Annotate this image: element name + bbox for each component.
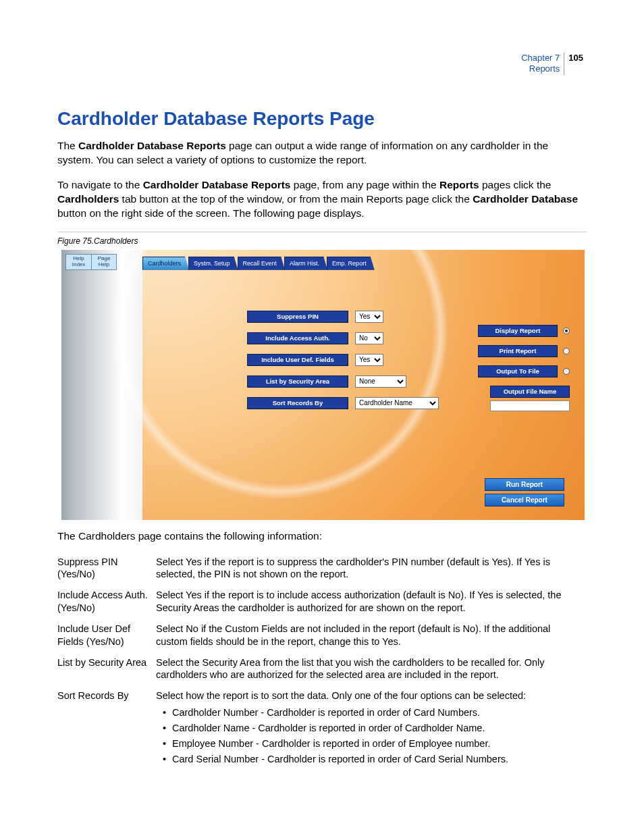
definition-row: Include User Def Fields (Yes/No)Select N…	[57, 620, 587, 654]
output-option-row: Output To File	[478, 365, 570, 377]
option-row: Include User Def. FieldsYes	[247, 353, 439, 367]
tab-emp-report[interactable]: Emp. Report	[327, 257, 375, 270]
definition-row: Include Access Auth. (Yes/No)Select Yes …	[57, 586, 587, 620]
option-label: Include User Def. Fields	[247, 354, 348, 366]
definition-term: Suppress PIN (Yes/No)	[57, 553, 156, 587]
output-file-name-input[interactable]	[490, 400, 570, 411]
option-row: Sort Records ByCardholder Name	[247, 396, 439, 410]
output-option-row: Display Report	[478, 325, 570, 337]
tab-alarm-hist[interactable]: Alarm Hist.	[284, 257, 327, 270]
display-report-button[interactable]: Display Report	[478, 325, 558, 337]
output-file-name-button[interactable]: Output File Name	[490, 386, 570, 398]
definition-term: List by Security Area	[57, 654, 156, 687]
definition-term: Include User Def Fields (Yes/No)	[57, 620, 156, 654]
screenshot-side-panel: HelpIndex PageHelp	[61, 250, 142, 520]
definition-desc: Select how the report is to sort the dat…	[156, 687, 587, 773]
option-row: Include Access Auth.No	[247, 332, 439, 345]
header-section: Reports	[521, 63, 560, 74]
header-labels: Chapter 7 Reports	[521, 53, 564, 75]
definition-row: Sort Records BySelect how the report is …	[57, 687, 587, 773]
definition-row: List by Security AreaSelect the Security…	[57, 654, 587, 687]
tab-recall-event[interactable]: Recall Event	[238, 257, 286, 270]
output-option-row: Print Report	[478, 345, 570, 357]
tab-systm-setup[interactable]: Systm. Setup	[188, 257, 238, 270]
figure-caption: Figure 75.Cardholders	[57, 236, 587, 246]
screenshot-options: Suppress PINYesInclude Access Auth.NoInc…	[247, 310, 439, 410]
definition-desc: Select No if the Custom Fields are not i…	[156, 620, 587, 654]
screenshot-output-panel: Display ReportPrint ReportOutput To File…	[478, 325, 570, 411]
intro-paragraph-1: The Cardholder Database Reports page can…	[57, 139, 587, 167]
definitions-lead-in: The Cardholders page contains the follow…	[57, 529, 587, 544]
sort-option-item: Card Serial Number - Cardholder is repor…	[172, 753, 583, 766]
divider	[57, 232, 587, 232]
definition-term: Include Access Auth. (Yes/No)	[57, 586, 156, 620]
option-select[interactable]: Yes	[355, 311, 383, 323]
page-header: Chapter 7 Reports 105	[521, 53, 583, 75]
document-page: Chapter 7 Reports 105 Cardholder Databas…	[0, 0, 644, 834]
option-row: List by Security AreaNone	[247, 375, 439, 388]
print-report-button[interactable]: Print Report	[478, 345, 558, 357]
run-report-button[interactable]: Run Report	[485, 478, 564, 491]
definition-row: Suppress PIN (Yes/No)Select Yes if the r…	[57, 553, 587, 587]
help-button-group: HelpIndex PageHelp	[65, 254, 117, 270]
option-label: Suppress PIN	[247, 311, 348, 323]
definition-term: Sort Records By	[57, 687, 156, 773]
page-help-button[interactable]: PageHelp	[91, 254, 117, 270]
help-index-button[interactable]: HelpIndex	[65, 254, 91, 270]
option-label: Include Access Auth.	[247, 332, 348, 344]
definition-desc: Select Yes if the report is to include a…	[156, 586, 587, 620]
definition-desc: Select Yes if the report is to suppress …	[156, 553, 587, 587]
screenshot-action-buttons: Run Report Cancel Report	[485, 478, 564, 506]
page-title: Cardholder Database Reports Page	[57, 108, 587, 130]
option-select[interactable]: None	[355, 375, 406, 388]
sort-option-item: Employee Number - Cardholder is reported…	[172, 737, 583, 750]
sort-options-list: Cardholder Number - Cardholder is report…	[156, 706, 583, 765]
output-radio[interactable]	[563, 348, 570, 355]
cancel-report-button[interactable]: Cancel Report	[485, 494, 564, 506]
header-chapter: Chapter 7	[521, 53, 560, 63]
option-select[interactable]: Yes	[355, 354, 383, 366]
output-file-row	[490, 400, 570, 411]
screenshot-figure: HelpIndex PageHelp CardholdersSystm. Set…	[61, 250, 585, 520]
output-radio[interactable]	[563, 328, 570, 334]
output-to-file-button[interactable]: Output To File	[478, 365, 558, 377]
intro-paragraph-2: To navigate to the Cardholder Database R…	[57, 178, 587, 221]
page-number: 105	[564, 53, 583, 63]
tab-cardholders[interactable]: Cardholders	[142, 257, 189, 270]
screenshot-tabs: CardholdersSystm. SetupRecall EventAlarm…	[142, 257, 374, 270]
option-label: List by Security Area	[247, 375, 348, 388]
option-select[interactable]: No	[355, 332, 383, 344]
definition-desc: Select the Security Area from the list t…	[156, 654, 587, 687]
output-option-row: Output File Name	[490, 386, 570, 398]
sort-option-item: Cardholder Name - Cardholder is reported…	[172, 722, 583, 735]
definitions-table: Suppress PIN (Yes/No)Select Yes if the r…	[57, 553, 587, 774]
sort-option-item: Cardholder Number - Cardholder is report…	[172, 706, 583, 719]
option-row: Suppress PINYes	[247, 310, 439, 323]
option-label: Sort Records By	[247, 397, 348, 409]
output-radio[interactable]	[563, 368, 570, 375]
option-select[interactable]: Cardholder Name	[355, 397, 439, 409]
